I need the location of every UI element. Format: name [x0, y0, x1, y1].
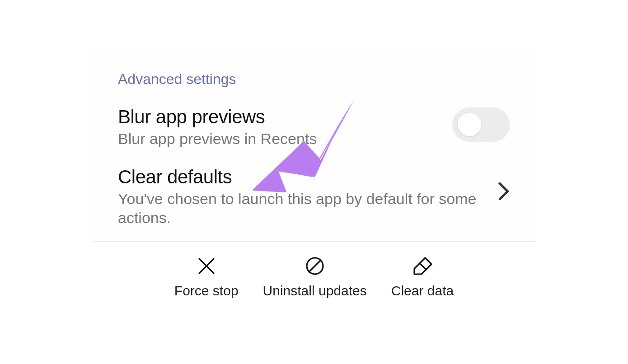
force-stop-label: Force stop — [174, 283, 239, 299]
row-text: Blur app previews Blur app previews in R… — [118, 107, 441, 149]
bottom-action-bar: Force stop Uninstall updates Clear data — [93, 243, 535, 311]
row-title-clear-defaults: Clear defaults — [118, 167, 483, 187]
clear-data-label: Clear data — [391, 283, 454, 299]
row-blur-app-previews[interactable]: Blur app previews Blur app previews in R… — [93, 99, 535, 150]
svg-line-4 — [420, 263, 426, 270]
toggle-knob — [458, 113, 481, 136]
force-stop-button[interactable]: Force stop — [174, 255, 239, 299]
prohibit-icon — [304, 255, 326, 277]
row-clear-defaults[interactable]: Clear defaults You've chosen to launch t… — [93, 159, 535, 229]
uninstall-updates-button[interactable]: Uninstall updates — [263, 255, 367, 299]
eraser-icon — [412, 255, 433, 277]
chevron-right-icon — [491, 182, 509, 201]
row-subtitle-clear-defaults: You've chosen to launch this app by defa… — [118, 189, 483, 228]
divider — [93, 241, 535, 242]
toggle-blur-previews[interactable] — [452, 107, 510, 142]
x-icon — [196, 255, 217, 277]
clear-data-button[interactable]: Clear data — [391, 255, 454, 299]
svg-line-3 — [309, 260, 321, 272]
row-text: Clear defaults You've chosen to launch t… — [118, 167, 483, 228]
row-title-blur: Blur app previews — [118, 107, 441, 127]
row-subtitle-blur: Blur app previews in Recents — [118, 129, 441, 149]
uninstall-updates-label: Uninstall updates — [263, 283, 367, 299]
section-header-advanced: Advanced settings — [93, 52, 535, 99]
